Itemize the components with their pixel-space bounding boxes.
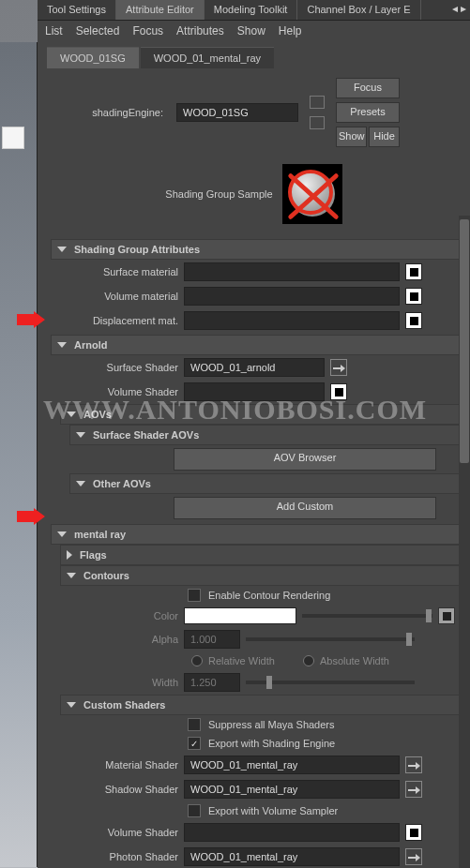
- label-photon-shader: Photon Shader: [56, 851, 178, 862]
- section-title: Flags: [80, 549, 107, 561]
- chevron-down-icon: [57, 531, 67, 537]
- error-x-icon: [288, 170, 337, 218]
- section-title: Surface Shader AOVs: [93, 429, 199, 441]
- chevron-down-icon: [57, 247, 67, 252]
- node-type-label: shadingEngine:: [49, 107, 171, 118]
- width-input[interactable]: [184, 673, 240, 692]
- node-tab-wood-mr[interactable]: WOOD_01_mental_ray: [141, 47, 274, 68]
- section-title: Arnold: [74, 339, 107, 351]
- map-button-volume[interactable]: [405, 288, 422, 305]
- connection-icon[interactable]: [330, 359, 347, 376]
- color-swatch[interactable]: [184, 607, 296, 624]
- aov-browser-button[interactable]: AOV Browser: [174, 448, 436, 471]
- viewport-object: [2, 127, 24, 149]
- radio-relative[interactable]: [191, 655, 203, 666]
- tab-tool-settings[interactable]: Tool Settings: [38, 0, 116, 20]
- connection-icon[interactable]: [405, 756, 422, 773]
- arnold-volume-input[interactable]: [184, 382, 325, 401]
- alpha-input[interactable]: [184, 630, 240, 649]
- label-relative: Relative Width: [208, 655, 275, 666]
- chevron-down-icon: [76, 432, 85, 438]
- label-export-vs: Export with Volume Sampler: [208, 805, 338, 816]
- section-head-aovs[interactable]: AOVs: [60, 404, 461, 425]
- focus-button[interactable]: Focus: [336, 78, 400, 98]
- color-slider[interactable]: [302, 614, 432, 618]
- chevron-right-icon: [67, 550, 72, 560]
- width-slider[interactable]: [246, 681, 415, 684]
- label-material-shader: Material Shader: [56, 759, 178, 771]
- section-head-sga[interactable]: Shading Group Attributes: [51, 239, 461, 260]
- node-name-input[interactable]: [176, 103, 298, 122]
- node-tab-wood-sg[interactable]: WOOD_01SG: [47, 47, 139, 68]
- volume-material-input[interactable]: [184, 287, 400, 306]
- menu-focus[interactable]: Focus: [132, 24, 163, 37]
- chevron-down-icon: [67, 702, 76, 708]
- show-button[interactable]: Show: [336, 127, 367, 147]
- label-absolute: Absolute Width: [320, 655, 389, 666]
- attribute-editor-panel: Tool Settings Attribute Editor Modeling …: [38, 0, 470, 868]
- input-connections-icon[interactable]: [310, 96, 325, 109]
- section-head-custom-shaders[interactable]: Custom Shaders: [60, 695, 461, 715]
- map-button-mr-volume[interactable]: [405, 824, 422, 841]
- scroll-thumb[interactable]: [460, 219, 469, 463]
- mr-volume-shader-input[interactable]: [184, 823, 400, 842]
- section-title: Custom Shaders: [83, 699, 165, 711]
- displacement-input[interactable]: [184, 311, 400, 330]
- section-mental-ray: mental ray Flags Contours Enable Contour…: [51, 524, 461, 868]
- connection-icon[interactable]: [405, 848, 422, 865]
- section-title: Other AOVs: [93, 478, 151, 489]
- menu-help[interactable]: Help: [279, 24, 302, 37]
- label-suppress: Suppress all Maya Shaders: [208, 719, 335, 730]
- label-color: Color: [56, 610, 178, 621]
- label-displacement-mat: Displacement mat.: [56, 315, 178, 326]
- label-export-se: Export with Shading Engine: [208, 738, 335, 749]
- scrollbar[interactable]: [459, 216, 470, 868]
- arnold-surface-input[interactable]: [184, 358, 325, 377]
- hide-button[interactable]: Hide: [369, 127, 400, 147]
- tab-scroll-arrows[interactable]: ◂ ▸: [448, 0, 470, 20]
- add-custom-button[interactable]: Add Custom: [174, 497, 436, 519]
- map-button-surface[interactable]: [405, 263, 422, 280]
- label-surface-material: Surface material: [56, 266, 178, 277]
- label-arnold-volume: Volume Shader: [56, 386, 178, 397]
- section-head-other-aovs[interactable]: Other AOVs: [69, 473, 461, 494]
- menu-selected[interactable]: Selected: [76, 24, 120, 37]
- annotation-arrow-mentalray: [17, 508, 45, 525]
- export-vs-checkbox[interactable]: [188, 804, 201, 817]
- connection-icon[interactable]: [405, 781, 422, 798]
- output-connections-icon[interactable]: [310, 116, 325, 129]
- presets-button[interactable]: Presets: [336, 102, 400, 123]
- tab-channel-box[interactable]: Channel Box / Layer E: [297, 0, 420, 20]
- map-button-arnold-volume[interactable]: [330, 383, 347, 400]
- radio-absolute[interactable]: [303, 655, 314, 666]
- tab-modeling-toolkit[interactable]: Modeling Toolkit: [205, 0, 298, 20]
- alpha-slider[interactable]: [246, 637, 415, 641]
- section-title: AOVs: [83, 409, 112, 420]
- sample-swatch[interactable]: [282, 164, 342, 224]
- map-button-displacement[interactable]: [405, 312, 422, 329]
- section-head-contours[interactable]: Contours: [60, 565, 461, 586]
- photon-shader-input[interactable]: [184, 847, 400, 866]
- tab-attribute-editor[interactable]: Attribute Editor: [116, 0, 205, 20]
- surface-material-input[interactable]: [184, 262, 400, 281]
- section-head-arnold[interactable]: Arnold: [51, 335, 461, 355]
- export-se-checkbox[interactable]: [188, 737, 201, 750]
- material-shader-input[interactable]: [184, 756, 400, 774]
- enable-contour-checkbox[interactable]: [188, 589, 201, 602]
- map-button-color[interactable]: [438, 607, 455, 624]
- section-title: mental ray: [74, 529, 126, 540]
- suppress-checkbox[interactable]: [188, 718, 201, 731]
- menubar: List Selected Focus Attributes Show Help: [38, 21, 470, 41]
- menu-list[interactable]: List: [45, 24, 63, 37]
- shadow-shader-input[interactable]: [184, 780, 400, 799]
- section-head-flags[interactable]: Flags: [60, 545, 461, 565]
- label-alpha: Alpha: [56, 634, 178, 645]
- label-enable-contour: Enable Contour Rendering: [208, 590, 330, 601]
- section-head-surface-aovs[interactable]: Surface Shader AOVs: [69, 425, 461, 445]
- menu-attributes[interactable]: Attributes: [176, 24, 224, 37]
- section-head-mentalray[interactable]: mental ray: [51, 524, 461, 545]
- chevron-down-icon: [76, 481, 85, 486]
- menu-show[interactable]: Show: [237, 24, 265, 37]
- node-header: shadingEngine: Focus Presets Show Hide: [38, 68, 470, 157]
- io-icons: [304, 96, 330, 129]
